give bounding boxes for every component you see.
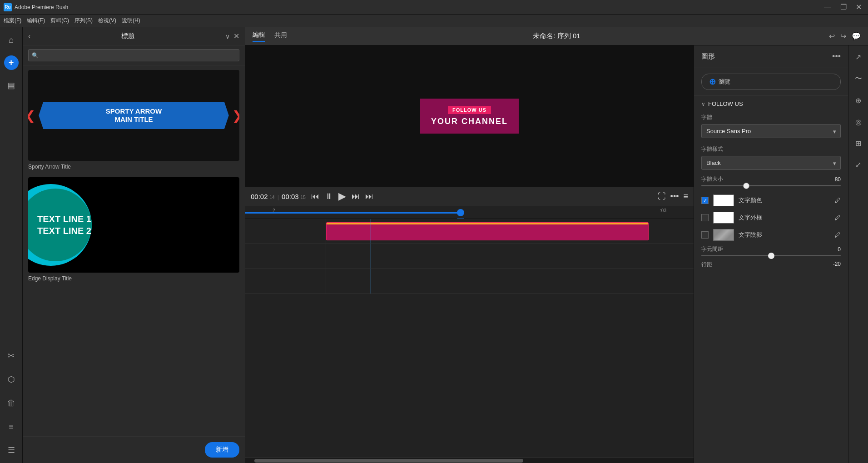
grid-icon[interactable]: ⊞ bbox=[853, 136, 864, 150]
menu-bar: 檔案(F) 編輯(E) 剪輯(C) 序列(S) 檢視(V) 說明(H) bbox=[0, 15, 868, 27]
menu-sequence[interactable]: 序列(S) bbox=[74, 17, 93, 25]
tab-share[interactable]: 共用 bbox=[274, 31, 287, 41]
text-shadow-swatch[interactable] bbox=[713, 229, 734, 241]
settings-icon[interactable]: ≡ bbox=[683, 192, 688, 201]
comment-icon[interactable]: 💬 bbox=[852, 32, 861, 40]
browse-plus-icon: ⊕ bbox=[709, 77, 716, 87]
preview-title-card: FOLLOW US YOUR CHANNEL bbox=[420, 99, 519, 134]
timeline-scrubber[interactable]: 2 :03 bbox=[245, 206, 694, 219]
trash-icon[interactable]: 🗑 bbox=[3, 395, 20, 411]
text-shadow-eyedropper-icon[interactable]: 🖊 bbox=[834, 231, 841, 239]
font-size-slider-track[interactable] bbox=[701, 185, 841, 186]
scrubber-track[interactable]: 2 :03 bbox=[245, 206, 694, 219]
section-title: FOLLOW US bbox=[708, 100, 743, 107]
sporty-text: SPORTY ARROW MAIN TITLE bbox=[106, 107, 162, 124]
left-icon-bar: ⌂ + ▤ ✂ ⬡ 🗑 ≡ ☰ bbox=[0, 27, 23, 463]
list-icon[interactable]: ☰ bbox=[3, 442, 20, 458]
panel-back-arrow[interactable]: ‹ bbox=[28, 32, 30, 40]
redo-icon[interactable]: ↪ bbox=[840, 32, 846, 40]
preview-graphic: FOLLOW US YOUR CHANNEL bbox=[365, 57, 574, 175]
text-color-swatch[interactable] bbox=[713, 194, 734, 206]
scrubber-thumb[interactable] bbox=[457, 209, 464, 216]
font-size-row: 字體大小 80 bbox=[694, 174, 848, 183]
line-height-value: -20 bbox=[833, 261, 841, 269]
skip-back-button[interactable]: ⏮ bbox=[311, 192, 319, 201]
center-column: FOLLOW US YOUR CHANNEL 00:02 14 | 00:03 … bbox=[245, 45, 694, 463]
sporty-arrow-label: Sporty Arrow Title bbox=[28, 164, 239, 170]
panel-expand-icon[interactable]: ∨ bbox=[225, 33, 230, 40]
right-panel-more-icon[interactable]: ••• bbox=[832, 52, 841, 61]
panel-header: ‹ 標題 ∨ ✕ bbox=[23, 27, 245, 45]
play-button[interactable]: ▶ bbox=[338, 190, 346, 202]
home-icon[interactable]: ⌂ bbox=[3, 32, 20, 48]
time-total-frames: 15 bbox=[301, 195, 306, 200]
scrubber-fill bbox=[245, 212, 461, 214]
text-outline-label: 文字外框 bbox=[739, 214, 830, 222]
text-color-checkbox[interactable] bbox=[701, 197, 709, 204]
sporty-right-arrow-icon: ❮ bbox=[232, 108, 239, 123]
search-input[interactable] bbox=[28, 49, 239, 61]
more-options-icon[interactable]: ••• bbox=[670, 192, 679, 201]
add-button[interactable]: + bbox=[4, 55, 19, 70]
resize-icon[interactable]: ⤢ bbox=[853, 158, 864, 172]
lines-icon[interactable]: ≡ bbox=[3, 418, 20, 435]
playhead-line bbox=[371, 219, 371, 244]
panel-content: ❮ SPORTY ARROW MAIN TITLE ❮ Sporty Arrow… bbox=[23, 65, 245, 436]
top-tabs-bar: 編輯 共用 未命名: 序列 01 ↩ ↪ 💬 bbox=[245, 27, 868, 45]
text-outline-swatch[interactable] bbox=[713, 212, 734, 224]
char-spacing-label: 字元間距 bbox=[701, 245, 723, 253]
panel-footer: 新增 bbox=[23, 436, 245, 463]
step-back-button[interactable]: ⏸ bbox=[325, 192, 333, 201]
undo-icon[interactable]: ↩ bbox=[829, 32, 835, 40]
clip-top-bar bbox=[327, 223, 649, 224]
text-outline-checkbox[interactable] bbox=[701, 214, 709, 221]
title-bar: Ru Adobe Premiere Rush — ❐ ✕ bbox=[0, 0, 868, 15]
text-outline-eyedropper-icon[interactable]: 🖊 bbox=[834, 214, 841, 221]
cut-icon[interactable]: ✂ bbox=[3, 348, 20, 364]
char-spacing-slider-track[interactable] bbox=[701, 255, 841, 256]
skip-forward-button[interactable]: ⏭ bbox=[365, 192, 373, 201]
add-template-button[interactable]: 新增 bbox=[205, 442, 239, 458]
video-track bbox=[245, 219, 694, 244]
minimize-button[interactable]: — bbox=[821, 3, 834, 11]
browse-button[interactable]: ⊕ 瀏覽 bbox=[701, 74, 841, 90]
wave-icon[interactable]: 〜 bbox=[852, 71, 865, 86]
fullscreen-icon[interactable]: ⛶ bbox=[658, 192, 666, 201]
char-spacing-slider-thumb[interactable] bbox=[768, 253, 774, 259]
font-style-select[interactable]: Black bbox=[701, 156, 841, 170]
text-shadow-row: 文字陰影 🖊 bbox=[694, 226, 848, 244]
title-bar-controls[interactable]: — ❐ ✕ bbox=[821, 3, 864, 11]
sporty-arrow-card[interactable]: ❮ SPORTY ARROW MAIN TITLE ❮ Sporty Arrow… bbox=[28, 70, 239, 170]
export-icon[interactable]: ⬡ bbox=[3, 371, 20, 388]
menu-help[interactable]: 說明(H) bbox=[122, 17, 140, 25]
timeline-tracks bbox=[245, 219, 694, 458]
menu-view[interactable]: 檢視(V) bbox=[98, 17, 116, 25]
font-select[interactable]: Source Sans Pro bbox=[701, 124, 841, 138]
section-chevron-icon[interactable]: ∨ bbox=[701, 101, 705, 107]
time-display: 00:02 14 | 00:03 15 bbox=[251, 193, 306, 200]
close-button[interactable]: ✕ bbox=[853, 3, 864, 11]
menu-clip[interactable]: 剪輯(C) bbox=[50, 17, 69, 25]
text-shadow-checkbox[interactable] bbox=[701, 231, 709, 239]
edge-display-card[interactable]: TEXT LINE 1 TEXT LINE 2 Edge Display Tit… bbox=[28, 177, 239, 282]
timeline-scrollbar[interactable] bbox=[245, 458, 694, 463]
headphone-icon[interactable]: ◎ bbox=[853, 115, 864, 129]
tab-edit[interactable]: 編輯 bbox=[253, 31, 265, 42]
share-icon[interactable]: ↗ bbox=[853, 50, 864, 64]
edge-text: TEXT LINE 1 TEXT LINE 2 bbox=[28, 213, 91, 237]
edge-display-thumbnail: TEXT LINE 1 TEXT LINE 2 bbox=[28, 177, 239, 273]
maximize-button[interactable]: ❐ bbox=[838, 3, 849, 11]
section-header: ∨ FOLLOW US bbox=[694, 95, 848, 110]
panel-close-icon[interactable]: ✕ bbox=[233, 32, 239, 40]
globe-icon[interactable]: ⊕ bbox=[853, 94, 864, 108]
scrollbar-thumb[interactable] bbox=[254, 459, 523, 463]
font-size-slider-thumb[interactable] bbox=[743, 183, 749, 189]
sporty-left-arrow-icon: ❮ bbox=[28, 108, 35, 123]
menu-file[interactable]: 檔案(F) bbox=[4, 17, 21, 25]
step-forward-button[interactable]: ⏭ bbox=[352, 192, 360, 201]
media-icon[interactable]: ▤ bbox=[3, 77, 20, 94]
menu-edit[interactable]: 編輯(E) bbox=[27, 17, 45, 25]
video-clip[interactable] bbox=[326, 222, 649, 240]
line-height-label: 行距 bbox=[701, 261, 712, 269]
text-color-eyedropper-icon[interactable]: 🖊 bbox=[834, 197, 841, 204]
